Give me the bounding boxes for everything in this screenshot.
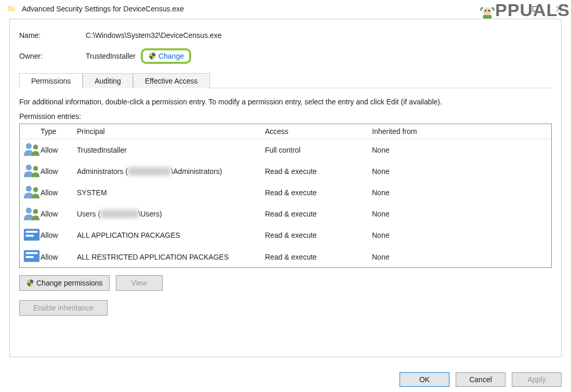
svg-rect-5 [533, 7, 538, 11]
cell-inherited: None [372, 231, 548, 239]
people-icon [23, 214, 41, 223]
entries-label: Permission entries: [19, 112, 552, 120]
folder-icon [7, 5, 16, 13]
dialog-buttons: OK Cancel Apply [400, 372, 562, 387]
cell-type: Allow [41, 210, 77, 218]
shield-icon [148, 52, 156, 60]
table-row[interactable]: AllowUsers (███████\Users)Read & execute… [20, 204, 551, 225]
people-icon [23, 171, 41, 180]
col-access[interactable]: Access [265, 127, 372, 136]
table-row[interactable]: AllowSYSTEMRead & executeNone [20, 182, 551, 203]
name-label: Name: [19, 31, 86, 39]
people-icon [23, 150, 41, 158]
change-label: Change [158, 52, 184, 60]
window-title: Advanced Security Settings for DeviceCen… [22, 5, 523, 13]
view-button[interactable]: View [116, 275, 163, 291]
owner-row: Owner: TrustedInstaller Change [19, 48, 552, 64]
cell-type: Allow [41, 231, 77, 239]
maximize-button[interactable] [523, 0, 547, 18]
cell-type: Allow [41, 146, 77, 154]
table-row[interactable]: AllowAdministrators (████████\Administra… [20, 160, 551, 182]
col-type[interactable]: Type [41, 127, 77, 136]
package-icon [23, 257, 41, 265]
table-header: Type Principal Access Inherited from [20, 124, 551, 139]
change-permissions-button[interactable]: Change permissions [19, 275, 110, 291]
owner-label: Owner: [19, 52, 86, 60]
table-row[interactable]: AllowTrustedInstallerFull controlNone [20, 139, 551, 160]
cell-principal: ALL APPLICATION PACKAGES [77, 231, 265, 239]
cell-principal: ALL RESTRICTED APPLICATION PACKAGES [77, 253, 265, 261]
cell-access: Read & execute [265, 253, 372, 261]
owner-value: TrustedInstaller [86, 52, 136, 60]
cell-access: Read & execute [265, 167, 372, 175]
cell-principal: Administrators (████████\Administrators) [77, 167, 265, 175]
cell-principal: TrustedInstaller [77, 146, 265, 154]
cell-access: Read & execute [265, 188, 372, 197]
table-row[interactable]: AllowALL APPLICATION PACKAGESRead & exec… [20, 225, 551, 246]
cell-principal: Users (███████\Users) [77, 210, 265, 218]
tab-effective-access[interactable]: Effective Access [133, 73, 210, 88]
col-inherited[interactable]: Inherited from [372, 127, 548, 136]
cell-inherited: None [372, 146, 548, 154]
apply-button[interactable]: Apply [512, 372, 562, 387]
change-permissions-label: Change permissions [36, 279, 103, 287]
cell-type: Allow [41, 167, 77, 175]
name-value: C:\Windows\System32\DeviceCensus.exe [86, 31, 221, 39]
people-icon [23, 193, 41, 201]
titlebar: Advanced Security Settings for DeviceCen… [0, 0, 571, 18]
cell-inherited: None [372, 167, 548, 175]
cell-inherited: None [372, 188, 548, 197]
cell-inherited: None [372, 253, 548, 261]
cell-access: Read & execute [265, 231, 372, 239]
cell-type: Allow [41, 188, 77, 197]
close-button[interactable] [547, 0, 571, 18]
col-principal[interactable]: Principal [77, 127, 265, 136]
cell-inherited: None [372, 210, 548, 218]
tab-auditing[interactable]: Auditing [83, 73, 133, 88]
permission-table: Type Principal Access Inherited from All… [19, 124, 552, 268]
tabs: Permissions Auditing Effective Access [19, 73, 552, 88]
info-text: For additional information, double-click… [19, 98, 552, 106]
ok-button[interactable]: OK [400, 372, 449, 387]
cell-access: Read & execute [265, 210, 372, 218]
change-owner-link[interactable]: Change [141, 48, 191, 64]
cell-type: Allow [41, 253, 77, 261]
enable-inheritance-button[interactable]: Enable inheritance [19, 300, 108, 316]
cancel-button[interactable]: Cancel [456, 372, 506, 387]
table-row[interactable]: AllowALL RESTRICTED APPLICATION PACKAGES… [20, 246, 551, 267]
dialog-content: Name: C:\Windows\System32\DeviceCensus.e… [9, 19, 562, 357]
shield-icon [26, 279, 34, 287]
cell-access: Full control [265, 146, 372, 154]
tab-permissions[interactable]: Permissions [19, 73, 83, 88]
cell-principal: SYSTEM [77, 188, 265, 197]
package-icon [23, 236, 41, 244]
name-row: Name: C:\Windows\System32\DeviceCensus.e… [19, 28, 552, 43]
